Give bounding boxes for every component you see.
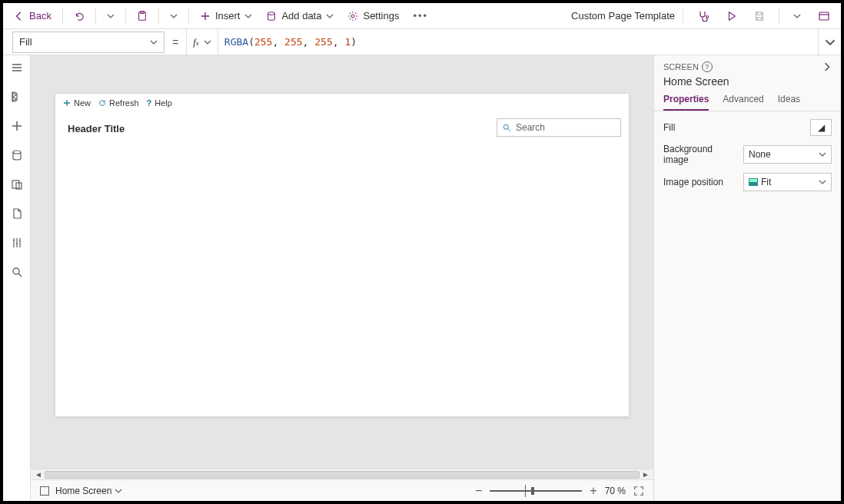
chevron-right-icon <box>822 62 832 71</box>
pane-tabs: Properties Advanced Ideas <box>654 88 841 111</box>
variables-rail-icon[interactable] <box>11 207 23 220</box>
database-icon <box>266 11 277 22</box>
formula-expand-button[interactable] <box>818 29 841 55</box>
plus-icon <box>200 11 211 22</box>
fill-color-picker[interactable]: ◢ <box>810 119 832 136</box>
checker-button[interactable] <box>691 5 716 27</box>
publish-icon <box>818 10 830 22</box>
save-button[interactable] <box>748 5 771 27</box>
refresh-icon <box>98 99 106 107</box>
status-bar: Home Screen − + 70 % <box>31 479 653 501</box>
equals-sign: = <box>164 36 186 48</box>
screen-checkbox[interactable] <box>40 486 49 496</box>
paint-icon: ◢ <box>818 122 825 133</box>
plus-icon <box>63 99 71 107</box>
undo-button[interactable] <box>68 5 91 27</box>
search-rail-icon[interactable] <box>11 266 23 278</box>
zoom-slider-thumb[interactable] <box>531 487 534 495</box>
image-icon <box>749 178 758 186</box>
settings-button[interactable]: Settings <box>341 5 405 27</box>
canvas-help-button[interactable]: ? Help <box>147 98 172 108</box>
canvas-workspace: New Refresh ? Help Header Title Search <box>31 55 653 501</box>
add-data-button[interactable]: Add data <box>260 5 340 27</box>
hamburger-icon[interactable] <box>11 61 23 74</box>
tab-ideas[interactable]: Ideas <box>778 94 800 111</box>
property-name: Fill <box>19 36 32 48</box>
fit-to-window-button[interactable] <box>633 486 644 496</box>
chevron-down-icon <box>244 12 252 20</box>
separator <box>683 8 683 24</box>
scroll-left-arrow[interactable]: ◄ <box>34 470 43 479</box>
add-data-label: Add data <box>281 10 321 22</box>
ellipsis-icon: ••• <box>413 10 428 22</box>
back-button[interactable]: Back <box>8 5 58 27</box>
fill-property-label: Fill <box>663 122 737 133</box>
chevron-down-icon <box>150 38 158 46</box>
expand-icon <box>633 486 644 496</box>
top-command-bar: Back Insert Add data Settings ••• Custom… <box>3 3 841 29</box>
scroll-track[interactable] <box>45 471 640 479</box>
insert-rail-icon[interactable] <box>11 120 23 132</box>
tools-rail-icon[interactable] <box>11 237 23 249</box>
separator <box>62 8 63 24</box>
canvas-new-button[interactable]: New <box>63 98 91 108</box>
gear-icon <box>347 11 358 22</box>
property-selector[interactable]: Fill <box>12 32 164 53</box>
tree-view-icon[interactable] <box>11 91 23 103</box>
back-label: Back <box>29 10 52 22</box>
separator <box>95 8 96 24</box>
chevron-down-icon <box>107 12 115 20</box>
search-icon <box>502 123 511 132</box>
tab-properties[interactable]: Properties <box>663 94 709 111</box>
publish-button[interactable] <box>812 5 836 27</box>
undo-chevron[interactable] <box>101 5 121 27</box>
help-icon[interactable]: ? <box>702 61 713 72</box>
play-icon <box>726 11 737 22</box>
zoom-value: 70 % <box>605 486 626 496</box>
paste-chevron[interactable] <box>164 5 184 27</box>
image-position-select[interactable]: Fit <box>743 173 832 191</box>
svg-point-6 <box>13 151 21 154</box>
bg-image-select[interactable]: None <box>743 145 832 164</box>
svg-rect-5 <box>819 12 829 20</box>
undo-icon <box>74 11 85 22</box>
zoom-in-button[interactable]: + <box>590 484 596 498</box>
canvas-search-input[interactable]: Search <box>497 118 621 137</box>
collapse-pane-button[interactable] <box>822 62 832 71</box>
data-rail-icon[interactable] <box>11 149 23 161</box>
media-rail-icon[interactable] <box>11 178 23 191</box>
zoom-slider-track[interactable] <box>490 490 582 492</box>
more-button[interactable]: ••• <box>407 5 434 27</box>
separator <box>779 8 779 24</box>
page-title: Custom Page Template <box>571 10 675 22</box>
svg-point-3 <box>352 15 355 18</box>
svg-point-2 <box>268 12 275 15</box>
clipboard-icon <box>137 11 148 22</box>
zoom-out-button[interactable]: − <box>475 484 482 498</box>
paste-button[interactable] <box>131 5 154 27</box>
horizontal-scrollbar[interactable]: ◄ ► <box>31 469 653 479</box>
chevron-down-icon <box>326 12 334 20</box>
canvas-command-bar: New Refresh ? Help <box>63 98 172 108</box>
formula-bar: Fill = fx RGBA(255, 255, 255, 1) <box>3 29 841 55</box>
separator <box>125 8 126 24</box>
zoom-control: − + 70 % <box>475 484 644 498</box>
save-icon <box>754 11 765 22</box>
scroll-right-arrow[interactable]: ► <box>641 470 650 479</box>
screen-canvas[interactable]: New Refresh ? Help Header Title Search <box>55 94 629 416</box>
formula-input[interactable]: RGBA(255, 255, 255, 1) <box>218 29 818 55</box>
play-button[interactable] <box>720 5 743 27</box>
screen-selector[interactable]: Home Screen <box>55 486 122 496</box>
chevron-down-icon <box>819 151 826 158</box>
insert-button[interactable]: Insert <box>194 5 259 27</box>
insert-label: Insert <box>215 10 241 22</box>
chevron-down-icon <box>819 178 826 186</box>
svg-point-10 <box>503 124 508 129</box>
save-chevron[interactable] <box>787 5 807 27</box>
fx-button[interactable]: fx <box>186 29 218 55</box>
chevron-down-icon <box>115 487 122 495</box>
canvas-refresh-button[interactable]: Refresh <box>98 98 139 108</box>
arrow-left-icon <box>14 11 25 22</box>
properties-pane: SCREEN ? Home Screen Properties Advanced… <box>653 55 841 501</box>
tab-advanced[interactable]: Advanced <box>723 94 763 111</box>
